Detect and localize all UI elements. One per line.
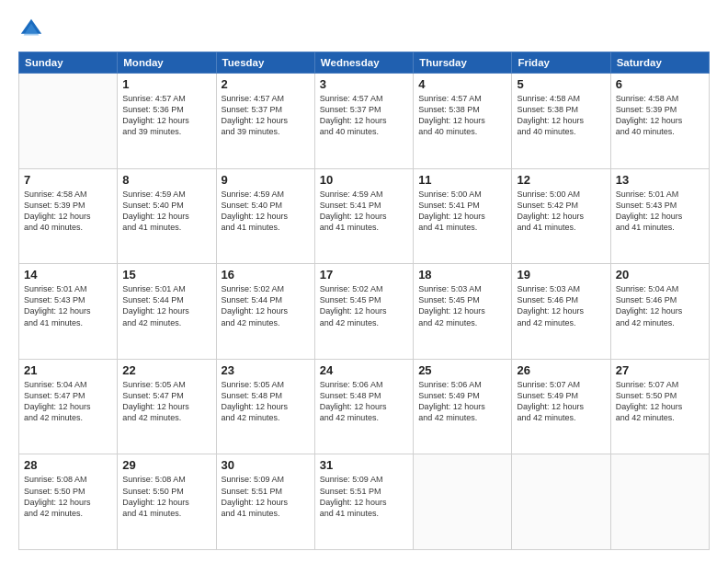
day-number: 2 [222, 77, 310, 91]
weekday-header: Monday [118, 52, 216, 74]
calendar-week-row: 7Sunrise: 4:58 AM Sunset: 5:39 PM Daylig… [19, 168, 710, 264]
calendar-week-row: 1Sunrise: 4:57 AM Sunset: 5:36 PM Daylig… [19, 74, 710, 169]
day-number: 11 [418, 173, 506, 187]
calendar-cell: 1Sunrise: 4:57 AM Sunset: 5:36 PM Daylig… [118, 74, 216, 169]
cell-content: Sunrise: 5:01 AM Sunset: 5:43 PM Dayligh… [616, 189, 704, 234]
calendar-cell: 11Sunrise: 5:00 AM Sunset: 5:41 PM Dayli… [414, 168, 512, 264]
day-number: 29 [122, 458, 210, 472]
cell-content: Sunrise: 5:07 AM Sunset: 5:49 PM Dayligh… [517, 379, 605, 424]
day-number: 10 [320, 173, 408, 187]
calendar-week-row: 21Sunrise: 5:04 AM Sunset: 5:47 PM Dayli… [19, 359, 710, 454]
calendar-cell: 26Sunrise: 5:07 AM Sunset: 5:49 PM Dayli… [512, 359, 610, 454]
weekday-header: Tuesday [216, 52, 314, 74]
day-number: 14 [24, 268, 112, 282]
day-number: 24 [320, 363, 408, 377]
calendar-cell: 27Sunrise: 5:07 AM Sunset: 5:50 PM Dayli… [610, 359, 709, 454]
calendar-cell: 25Sunrise: 5:06 AM Sunset: 5:49 PM Dayli… [414, 359, 512, 454]
cell-content: Sunrise: 5:09 AM Sunset: 5:51 PM Dayligh… [320, 474, 408, 519]
calendar-cell [414, 454, 512, 550]
cell-content: Sunrise: 4:57 AM Sunset: 5:37 PM Dayligh… [222, 93, 310, 138]
weekday-header: Friday [512, 52, 610, 74]
calendar-cell: 28Sunrise: 5:08 AM Sunset: 5:50 PM Dayli… [19, 454, 118, 550]
calendar-cell: 29Sunrise: 5:08 AM Sunset: 5:50 PM Dayli… [118, 454, 216, 550]
day-number: 31 [320, 458, 408, 472]
day-number: 26 [517, 363, 605, 377]
day-number: 21 [24, 363, 112, 377]
calendar-week-row: 28Sunrise: 5:08 AM Sunset: 5:50 PM Dayli… [19, 454, 710, 550]
calendar-cell [19, 74, 118, 169]
day-number: 20 [616, 268, 704, 282]
day-number: 22 [122, 363, 210, 377]
day-number: 17 [320, 268, 408, 282]
calendar-cell: 30Sunrise: 5:09 AM Sunset: 5:51 PM Dayli… [216, 454, 314, 550]
weekday-header: Wednesday [314, 52, 413, 74]
day-number: 13 [616, 173, 704, 187]
cell-content: Sunrise: 5:04 AM Sunset: 5:46 PM Dayligh… [616, 283, 704, 328]
cell-content: Sunrise: 5:06 AM Sunset: 5:49 PM Dayligh… [418, 379, 506, 424]
calendar-cell: 14Sunrise: 5:01 AM Sunset: 5:43 PM Dayli… [19, 264, 118, 360]
calendar-cell: 18Sunrise: 5:03 AM Sunset: 5:45 PM Dayli… [414, 264, 512, 360]
logo-icon [18, 17, 44, 42]
day-number: 25 [418, 363, 506, 377]
calendar-cell: 24Sunrise: 5:06 AM Sunset: 5:48 PM Dayli… [314, 359, 413, 454]
calendar-header-row: SundayMondayTuesdayWednesdayThursdayFrid… [19, 52, 710, 74]
cell-content: Sunrise: 5:01 AM Sunset: 5:43 PM Dayligh… [24, 283, 112, 328]
weekday-header: Sunday [19, 52, 118, 74]
day-number: 9 [222, 173, 310, 187]
cell-content: Sunrise: 4:59 AM Sunset: 5:40 PM Dayligh… [122, 189, 210, 234]
calendar-cell: 8Sunrise: 4:59 AM Sunset: 5:40 PM Daylig… [118, 168, 216, 264]
calendar-cell: 19Sunrise: 5:03 AM Sunset: 5:46 PM Dayli… [512, 264, 610, 360]
day-number: 15 [122, 268, 210, 282]
calendar-cell: 31Sunrise: 5:09 AM Sunset: 5:51 PM Dayli… [314, 454, 413, 550]
day-number: 7 [24, 173, 112, 187]
cell-content: Sunrise: 4:59 AM Sunset: 5:40 PM Dayligh… [222, 189, 310, 234]
calendar-cell: 16Sunrise: 5:02 AM Sunset: 5:44 PM Dayli… [216, 264, 314, 360]
calendar-cell: 2Sunrise: 4:57 AM Sunset: 5:37 PM Daylig… [216, 74, 314, 169]
header [18, 17, 710, 42]
cell-content: Sunrise: 4:57 AM Sunset: 5:37 PM Dayligh… [320, 93, 408, 138]
cell-content: Sunrise: 5:02 AM Sunset: 5:44 PM Dayligh… [222, 283, 310, 328]
calendar-cell: 21Sunrise: 5:04 AM Sunset: 5:47 PM Dayli… [19, 359, 118, 454]
cell-content: Sunrise: 5:04 AM Sunset: 5:47 PM Dayligh… [24, 379, 112, 424]
calendar-cell: 6Sunrise: 4:58 AM Sunset: 5:39 PM Daylig… [610, 74, 709, 169]
day-number: 4 [418, 77, 506, 91]
calendar-cell: 13Sunrise: 5:01 AM Sunset: 5:43 PM Dayli… [610, 168, 709, 264]
cell-content: Sunrise: 5:08 AM Sunset: 5:50 PM Dayligh… [122, 474, 210, 519]
day-number: 16 [222, 268, 310, 282]
calendar-cell: 15Sunrise: 5:01 AM Sunset: 5:44 PM Dayli… [118, 264, 216, 360]
calendar-cell [610, 454, 709, 550]
day-number: 27 [616, 363, 704, 377]
cell-content: Sunrise: 5:03 AM Sunset: 5:46 PM Dayligh… [517, 283, 605, 328]
calendar-cell: 3Sunrise: 4:57 AM Sunset: 5:37 PM Daylig… [314, 74, 413, 169]
cell-content: Sunrise: 4:57 AM Sunset: 5:36 PM Dayligh… [122, 93, 210, 138]
cell-content: Sunrise: 5:05 AM Sunset: 5:47 PM Dayligh… [122, 379, 210, 424]
cell-content: Sunrise: 5:05 AM Sunset: 5:48 PM Dayligh… [222, 379, 310, 424]
calendar-cell: 10Sunrise: 4:59 AM Sunset: 5:41 PM Dayli… [314, 168, 413, 264]
cell-content: Sunrise: 4:58 AM Sunset: 5:38 PM Dayligh… [517, 93, 605, 138]
day-number: 5 [517, 77, 605, 91]
day-number: 12 [517, 173, 605, 187]
day-number: 6 [616, 77, 704, 91]
cell-content: Sunrise: 5:06 AM Sunset: 5:48 PM Dayligh… [320, 379, 408, 424]
cell-content: Sunrise: 5:08 AM Sunset: 5:50 PM Dayligh… [24, 474, 112, 519]
calendar-cell: 20Sunrise: 5:04 AM Sunset: 5:46 PM Dayli… [610, 264, 709, 360]
calendar-cell [512, 454, 610, 550]
cell-content: Sunrise: 5:02 AM Sunset: 5:45 PM Dayligh… [320, 283, 408, 328]
calendar-cell: 5Sunrise: 4:58 AM Sunset: 5:38 PM Daylig… [512, 74, 610, 169]
cell-content: Sunrise: 5:03 AM Sunset: 5:45 PM Dayligh… [418, 283, 506, 328]
day-number: 3 [320, 77, 408, 91]
calendar-cell: 17Sunrise: 5:02 AM Sunset: 5:45 PM Dayli… [314, 264, 413, 360]
day-number: 19 [517, 268, 605, 282]
cell-content: Sunrise: 4:57 AM Sunset: 5:38 PM Dayligh… [418, 93, 506, 138]
day-number: 1 [122, 77, 210, 91]
cell-content: Sunrise: 5:00 AM Sunset: 5:41 PM Dayligh… [418, 189, 506, 234]
cell-content: Sunrise: 5:00 AM Sunset: 5:42 PM Dayligh… [517, 189, 605, 234]
cell-content: Sunrise: 5:07 AM Sunset: 5:50 PM Dayligh… [616, 379, 704, 424]
calendar-week-row: 14Sunrise: 5:01 AM Sunset: 5:43 PM Dayli… [19, 264, 710, 360]
calendar-table: SundayMondayTuesdayWednesdayThursdayFrid… [18, 52, 710, 550]
day-number: 8 [122, 173, 210, 187]
calendar-cell: 7Sunrise: 4:58 AM Sunset: 5:39 PM Daylig… [19, 168, 118, 264]
calendar-cell: 12Sunrise: 5:00 AM Sunset: 5:42 PM Dayli… [512, 168, 610, 264]
calendar-cell: 23Sunrise: 5:05 AM Sunset: 5:48 PM Dayli… [216, 359, 314, 454]
weekday-header: Thursday [414, 52, 512, 74]
